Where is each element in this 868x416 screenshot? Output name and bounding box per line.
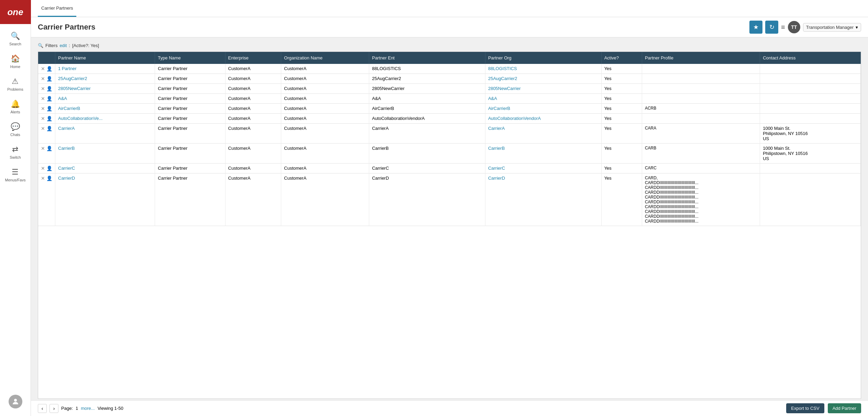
partner-org-link-2[interactable]: 2805NewCarrier [488, 86, 521, 91]
td-type-name-2: Carrier Partner [155, 84, 225, 94]
td-type-name-7: Carrier Partner [155, 144, 225, 164]
viewing-label: Viewing 1-50 [98, 406, 123, 411]
td-active-9: Yes [601, 173, 642, 226]
user-dropdown[interactable]: Transportation Manager ▾ [803, 23, 861, 32]
partner-name-link-6[interactable]: CarrierA [58, 126, 75, 131]
sidebar-label-alerts: Alerts [10, 110, 20, 114]
partner-name-link-3[interactable]: A&A [58, 96, 67, 101]
export-csv-button[interactable]: Export to CSV [786, 403, 824, 413]
partner-name-link-7[interactable]: CarrierB [58, 146, 75, 151]
partner-name-link-1[interactable]: 25AugCarrier2 [58, 76, 87, 81]
partner-name-link-2[interactable]: 2805NewCarrier [58, 86, 91, 91]
favorite-button[interactable]: ★ [749, 21, 762, 34]
menus-icon: ☰ [12, 168, 19, 177]
partner-name-link-9[interactable]: CarrierD [58, 176, 75, 181]
td-org-name-4: CustomerA [281, 104, 369, 114]
th-partner-profile: Partner Profile [642, 52, 760, 64]
prev-page-button[interactable]: ‹ [38, 404, 47, 413]
partner-org-link-6[interactable]: CarrierA [488, 126, 505, 131]
partner-name-link-8[interactable]: CarrierC [58, 166, 75, 171]
row-icon-5: 👤 [46, 116, 52, 121]
user-avatar: TT [788, 21, 800, 33]
table-row: ✕ 👤 1 Partner Carrier Partner CustomerA … [38, 64, 861, 74]
th-enterprise: Enterprise [225, 52, 281, 64]
row-icon-6: 👤 [46, 126, 52, 131]
more-pages-link[interactable]: more... [81, 406, 95, 411]
partner-org-link-5[interactable]: AutoCollaborationVendorA [488, 116, 541, 121]
remove-btn-2[interactable]: ✕ [41, 86, 45, 91]
sidebar-item-chats[interactable]: 💬 Chats [5, 118, 26, 141]
td-active-2: Yes [601, 84, 642, 94]
td-partner-ent-9: CarrierD [369, 173, 485, 226]
td-address-4 [760, 104, 861, 114]
remove-btn-8[interactable]: ✕ [41, 166, 45, 171]
filters-edit-link[interactable]: edit [59, 43, 67, 48]
partner-org-link-1[interactable]: 25AugCarrier2 [488, 76, 517, 81]
row-icon-7: 👤 [46, 146, 52, 151]
filters-bar: 🔍 Filters edit: [Active?: Yes] [38, 43, 861, 48]
remove-btn-0[interactable]: ✕ [41, 66, 45, 71]
chats-icon: 💬 [11, 122, 20, 131]
menu-button[interactable]: ≡ [781, 23, 785, 31]
td-partner-ent-8: CarrierC [369, 164, 485, 173]
partner-org-link-9[interactable]: CarrierD [488, 176, 505, 181]
td-enterprise-5: CustomerA [225, 114, 281, 124]
td-address-7: 1000 Main St. Philipstown, NY 10516 US [760, 144, 861, 164]
footer-actions: Export to CSV Add Partner [786, 403, 861, 413]
search-icon: 🔍 [11, 32, 20, 41]
td-actions-8: ✕ 👤 [38, 164, 55, 173]
remove-btn-9[interactable]: ✕ [41, 176, 45, 181]
td-active-0: Yes [601, 64, 642, 74]
td-partner-name-7: CarrierB [55, 144, 155, 164]
switch-icon: ⇄ [12, 145, 18, 154]
td-enterprise-4: CustomerA [225, 104, 281, 114]
td-partner-org-1: 25AugCarrier2 [485, 74, 601, 84]
sidebar-item-problems[interactable]: ⚠ Problems [5, 73, 26, 95]
th-actions [38, 52, 55, 64]
td-actions-5: ✕ 👤 [38, 114, 55, 124]
td-org-name-8: CustomerA [281, 164, 369, 173]
td-partner-ent-3: A&A [369, 94, 485, 104]
sidebar-label-problems: Problems [7, 87, 23, 91]
sidebar-item-alerts[interactable]: 🔔 Alerts [5, 95, 26, 118]
partner-org-link-3[interactable]: A&A [488, 96, 497, 101]
partner-name-link-5[interactable]: AutoCollaborationVe... [58, 116, 102, 121]
partner-org-link-7[interactable]: CarrierB [488, 146, 505, 151]
partner-org-link-4[interactable]: AirCarrierB [488, 106, 510, 111]
partner-name-link-0[interactable]: 1 Partner [58, 66, 76, 71]
sidebar-avatar[interactable] [9, 391, 22, 413]
table-row: ✕ 👤 AutoCollaborationVe... Carrier Partn… [38, 114, 861, 124]
sidebar-label-home: Home [10, 65, 20, 69]
table-row: ✕ 👤 CarrierA Carrier Partner CustomerA C… [38, 124, 861, 144]
remove-btn-5[interactable]: ✕ [41, 116, 45, 121]
partner-org-link-8[interactable]: CarrierC [488, 166, 505, 171]
add-partner-button[interactable]: Add Partner [828, 403, 861, 413]
sidebar-item-menus[interactable]: ☰ Menus/Favs [5, 164, 26, 186]
td-org-name-1: CustomerA [281, 74, 369, 84]
remove-btn-7[interactable]: ✕ [41, 146, 45, 151]
main-panel: Carrier Partners Carrier Partners ★ ↻ ≡ … [31, 0, 868, 416]
page-label: Page: [61, 406, 73, 411]
refresh-button[interactable]: ↻ [765, 21, 778, 34]
remove-btn-3[interactable]: ✕ [41, 96, 45, 101]
partner-name-link-4[interactable]: AirCarrierB [58, 106, 80, 111]
partner-org-link-0[interactable]: 88LOGISTICS [488, 66, 517, 71]
remove-btn-4[interactable]: ✕ [41, 106, 45, 111]
sidebar-label-menus: Menus/Favs [5, 178, 26, 182]
td-profile-2 [642, 84, 760, 94]
remove-btn-1[interactable]: ✕ [41, 76, 45, 81]
td-partner-ent-0: 88LOGISTICS [369, 64, 485, 74]
page-title: Carrier Partners [38, 23, 96, 32]
sidebar-item-home[interactable]: 🏠 Home [5, 50, 26, 73]
carrier-partners-tab[interactable]: Carrier Partners [38, 0, 76, 17]
td-type-name-1: Carrier Partner [155, 74, 225, 84]
sidebar-item-search[interactable]: 🔍 Search [5, 27, 26, 50]
sidebar-item-switch[interactable]: ⇄ Switch [5, 141, 26, 164]
next-page-button[interactable]: › [50, 404, 58, 413]
td-actions-2: ✕ 👤 [38, 84, 55, 94]
td-actions-1: ✕ 👤 [38, 74, 55, 84]
td-partner-ent-4: AirCarrierB [369, 104, 485, 114]
td-partner-name-4: AirCarrierB [55, 104, 155, 114]
td-address-6: 1000 Main St. Philipstown, NY 10516 US [760, 124, 861, 144]
remove-btn-6[interactable]: ✕ [41, 126, 45, 131]
